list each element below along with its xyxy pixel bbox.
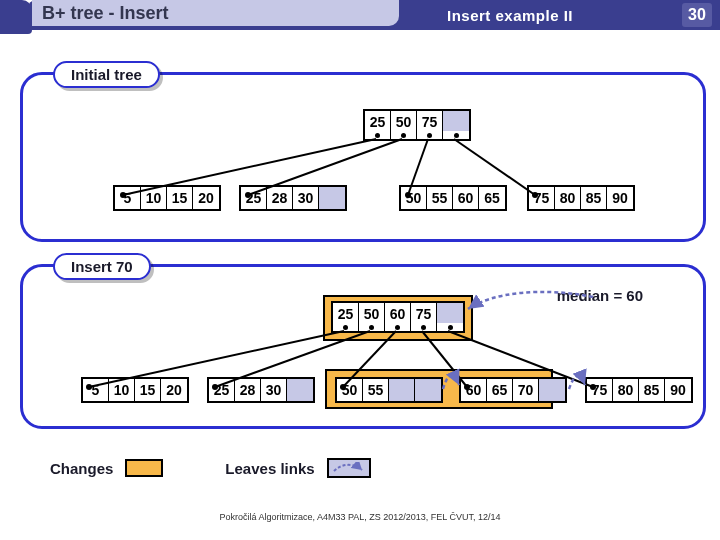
panel-insert-70: Insert 70 median = 60 25 50 60 75 5 10 1…	[20, 264, 706, 429]
cell: 85	[581, 187, 607, 209]
ptr-row-2	[331, 323, 465, 333]
cell: 10	[141, 187, 167, 209]
leaf-node: 5 10 15 20	[113, 185, 221, 211]
leaf-node: 25 28 30	[207, 377, 315, 403]
page-number: 30	[682, 3, 712, 27]
leaf-node: 75 80 85 90	[527, 185, 635, 211]
cell: 30	[261, 379, 287, 401]
ptr	[443, 131, 469, 139]
cell: 50	[359, 303, 385, 325]
ptr-row-1	[363, 131, 471, 141]
cell: 5	[83, 379, 109, 401]
cell: 10	[109, 379, 135, 401]
cell: 65	[487, 379, 513, 401]
body-area: Initial tree 25 50 75 5 10 15 20 25 28 3…	[20, 40, 706, 490]
ptr	[359, 323, 385, 331]
legend-label-leaves-links: Leaves links	[225, 460, 314, 477]
panel-label-insert: Insert 70	[53, 253, 151, 280]
cell: 80	[613, 379, 639, 401]
cell: 90	[665, 379, 691, 401]
cell: 25	[241, 187, 267, 209]
ptr	[437, 323, 463, 331]
cell: 80	[555, 187, 581, 209]
cell: 5	[115, 187, 141, 209]
page-title: B+ tree - Insert	[42, 3, 169, 24]
cell: 60	[453, 187, 479, 209]
cell: 28	[267, 187, 293, 209]
legend: Changes Leaves links	[50, 458, 690, 478]
cell-blank	[287, 379, 313, 401]
leaf-node: 25 28 30	[239, 185, 347, 211]
legend-swatch-changes	[125, 459, 163, 477]
legend-label-changes: Changes	[50, 460, 113, 477]
cell-blank	[415, 379, 441, 401]
cell: 85	[639, 379, 665, 401]
cell: 55	[363, 379, 389, 401]
panel-label-initial: Initial tree	[53, 61, 160, 88]
tree-edges-1	[23, 75, 703, 239]
cell: 25	[365, 111, 391, 133]
cell: 70	[513, 379, 539, 401]
cell: 75	[529, 187, 555, 209]
legend-leaves-link-icon	[327, 458, 371, 478]
cell: 15	[135, 379, 161, 401]
cell: 60	[385, 303, 411, 325]
cell: 65	[479, 187, 505, 209]
cell: 15	[167, 187, 193, 209]
cell: 28	[235, 379, 261, 401]
ptr	[417, 131, 443, 139]
leaf-node: 50 55	[335, 377, 443, 403]
cell: 25	[209, 379, 235, 401]
cell-blank	[437, 303, 463, 325]
leaf-node: 60 65 70	[459, 377, 567, 403]
cell: 25	[333, 303, 359, 325]
ptr	[333, 323, 359, 331]
cell: 90	[607, 187, 633, 209]
panel-initial-tree: Initial tree 25 50 75 5 10 15 20 25 28 3…	[20, 72, 706, 242]
leaf-node: 50 55 60 65	[399, 185, 507, 211]
cell: 50	[391, 111, 417, 133]
cell: 50	[401, 187, 427, 209]
cell-blank	[319, 187, 345, 209]
cell: 20	[193, 187, 219, 209]
cell: 50	[337, 379, 363, 401]
ptr	[365, 131, 391, 139]
header-title-bar: B+ tree - Insert	[32, 0, 399, 26]
ptr	[391, 131, 417, 139]
cell: 55	[427, 187, 453, 209]
leaf-node: 5 10 15 20	[81, 377, 189, 403]
cell: 20	[161, 379, 187, 401]
leaf-node: 75 80 85 90	[585, 377, 693, 403]
header: Insert example II 30 B+ tree - Insert	[0, 0, 720, 34]
cell-blank	[539, 379, 565, 401]
ptr	[385, 323, 411, 331]
cell: 75	[417, 111, 443, 133]
cell-blank	[389, 379, 415, 401]
cell-blank	[443, 111, 469, 133]
footer: Pokročilá Algoritmizace, A4M33 PAL, ZS 2…	[0, 512, 720, 522]
cell: 60	[461, 379, 487, 401]
annotation-median: median = 60	[557, 287, 643, 304]
cell: 75	[411, 303, 437, 325]
cell: 30	[293, 187, 319, 209]
cell: 75	[587, 379, 613, 401]
ptr	[411, 323, 437, 331]
